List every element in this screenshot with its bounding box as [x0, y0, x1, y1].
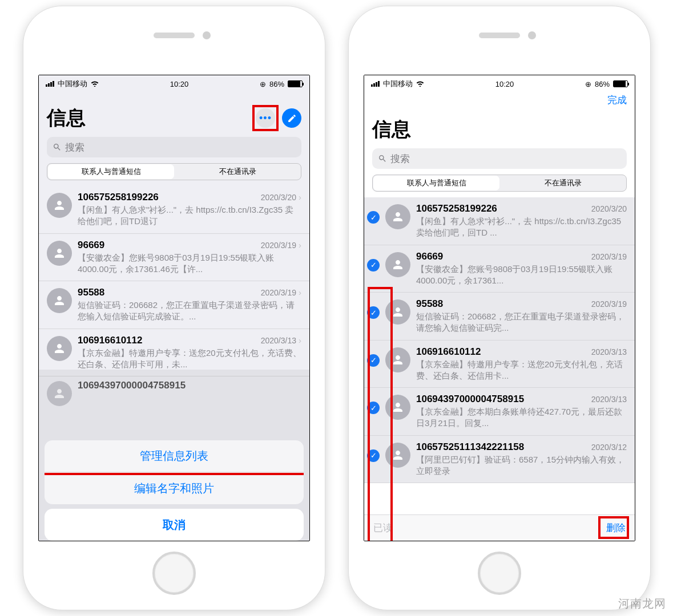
message-row[interactable]: ✓ 955882020/3/19短信验证码：206682，您正在重置电子渠道登录…: [364, 293, 635, 341]
sender: 106916610112: [416, 346, 481, 358]
header: 信息: [364, 115, 635, 148]
avatar: [47, 336, 72, 361]
avatar: [385, 204, 410, 229]
front-camera: [528, 31, 536, 39]
search-placeholder: 搜索: [65, 141, 84, 154]
snippet: 【闲鱼】有人急求"衬衫..."，去 https://c.tb.cn/I3.Zgc…: [416, 216, 627, 239]
speaker-grille: [154, 33, 195, 38]
snippet: 【京东金融】特邀用户专享：送您20元支付礼包，充话费、还白条、还信用卡可用，未.…: [78, 347, 301, 371]
date: 2020/3/20: [591, 204, 627, 213]
message-row[interactable]: ✓ 1069166101122020/3/13【京东金融】特邀用户专享：送您20…: [364, 341, 635, 388]
avatar: [385, 395, 410, 420]
home-button[interactable]: [152, 552, 196, 595]
edit-toolbar: 已读 删除: [364, 514, 635, 541]
battery-pct: 86%: [595, 80, 610, 88]
phone-left: 中国移动 10:20 ⊕ 86% 信息 •••: [23, 6, 325, 610]
chevron-icon: ›: [299, 240, 301, 250]
mark-read-button[interactable]: 已读: [373, 521, 393, 534]
speaker-grille: [479, 33, 520, 38]
avatar: [47, 241, 72, 266]
message-row[interactable]: 1065752581992262020/3/20› 【闲鱼】有人急求"衬衫...…: [39, 186, 309, 234]
message-row[interactable]: 955882020/3/19› 短信验证码：206682，您正在重置电子渠道登录…: [39, 281, 309, 329]
message-row[interactable]: ✓ 966692020/3/19【安徽农金】您账号9808于03月19日19:5…: [364, 245, 635, 293]
date: 2020/3/13›: [261, 335, 301, 345]
alarm-icon: ⊕: [585, 80, 591, 88]
message-row[interactable]: ✓ 106575251113422211582020/3/12【阿里巴巴钉钉】验…: [364, 436, 635, 484]
date: 2020/3/19›: [261, 287, 301, 297]
checkbox-checked[interactable]: ✓: [367, 259, 380, 271]
date: 2020/3/19: [591, 252, 627, 261]
delete-button[interactable]: 删除: [606, 521, 626, 534]
segment-known[interactable]: 联系人与普通短信: [373, 176, 499, 191]
message-row[interactable]: ✓ 1065752581992262020/3/20【闲鱼】有人急求"衬衫...…: [364, 197, 635, 245]
done-button[interactable]: 完成: [607, 94, 627, 107]
sender: 106575258199226: [78, 192, 159, 203]
action-edit-name-photo[interactable]: 编辑名字和照片: [45, 472, 304, 504]
sender: 95588: [416, 298, 443, 310]
avatar: [47, 193, 72, 218]
snippet: 短信验证码：206682，您正在重置电子渠道登录密码，请您输入短信验证码完成验证…: [78, 299, 301, 323]
page-title: 信息: [47, 105, 86, 131]
snippet: 【安徽农金】您账号9808于03月19日19:55银联入账4000.00元，余1…: [78, 252, 301, 275]
avatar: [47, 288, 72, 313]
date: 2020/3/13: [591, 347, 627, 356]
front-camera: [203, 31, 211, 39]
more-options-button[interactable]: •••: [256, 108, 275, 128]
avatar: [385, 347, 410, 372]
compose-button[interactable]: [282, 108, 301, 128]
signal-icon: [371, 81, 380, 87]
chevron-icon: ›: [299, 335, 301, 345]
checkbox-checked[interactable]: ✓: [367, 306, 380, 319]
chevron-icon: ›: [299, 192, 301, 202]
search-icon: [53, 143, 62, 152]
avatar: [385, 252, 410, 277]
message-list-editing: ✓ 1065752581992262020/3/20【闲鱼】有人急求"衬衫...…: [364, 197, 635, 483]
checkbox-checked[interactable]: ✓: [367, 211, 380, 224]
alarm-icon: ⊕: [260, 80, 266, 88]
page-title: 信息: [372, 116, 411, 143]
search-placeholder: 搜索: [390, 152, 410, 165]
avatar: [385, 299, 410, 325]
message-row[interactable]: ✓ 106943970000047589152020/3/13【京东金融】您本期…: [364, 388, 635, 436]
signal-icon: [46, 81, 54, 87]
home-button[interactable]: [478, 552, 521, 595]
snippet: 【闲鱼】有人急求"衬衫..."，去 https://c.tb.cn/I3.Zgc…: [78, 204, 301, 228]
avatar: [385, 443, 410, 468]
checkbox-checked[interactable]: ✓: [367, 354, 380, 367]
sender: 96669: [78, 240, 104, 251]
search-input[interactable]: 搜索: [372, 148, 627, 169]
search-input[interactable]: 搜索: [47, 137, 301, 157]
action-sheet: 管理信息列表 编辑名字和照片 取消: [45, 440, 304, 541]
phone-right: 中国移动 10:20 ⊕ 86% 完成 信息: [348, 6, 651, 610]
wifi-icon: [91, 80, 99, 88]
sender: 106916610112: [78, 335, 142, 346]
checkbox-checked[interactable]: ✓: [367, 449, 380, 462]
date: 2020/3/19›: [261, 240, 301, 250]
sender: 96669: [416, 251, 443, 262]
action-manage-list[interactable]: 管理信息列表: [45, 440, 304, 472]
date: 2020/3/20›: [261, 192, 301, 202]
screen-left: 中国移动 10:20 ⊕ 86% 信息 •••: [38, 75, 310, 541]
action-cancel[interactable]: 取消: [45, 509, 304, 541]
snippet: 【京东金融】您本期白条账单待还427.70元，最后还款日3月21日。回复...: [416, 406, 627, 429]
checkbox-checked[interactable]: ✓: [367, 402, 380, 414]
segment-unknown[interactable]: 不在通讯录: [500, 176, 626, 191]
status-bar: 中国移动 10:20 ⊕ 86%: [39, 75, 309, 92]
segment-unknown[interactable]: 不在通讯录: [175, 164, 301, 179]
wifi-icon: [416, 80, 424, 88]
sender: 10694397000004758915: [416, 394, 524, 405]
date: 2020/3/19: [591, 299, 627, 309]
snippet: 【京东金融】特邀用户专享：送您20元支付礼包，充话费、还白条、还信用卡...: [416, 359, 627, 382]
date: 2020/3/13: [591, 395, 627, 404]
filter-segmented[interactable]: 联系人与普通短信 不在通讯录: [47, 163, 301, 180]
compose-icon: [287, 114, 297, 123]
battery-icon: [613, 80, 628, 87]
segment-known[interactable]: 联系人与普通短信: [48, 164, 174, 179]
watermark: 河南龙网: [618, 596, 666, 611]
snippet: 【阿里巴巴钉钉】验证码：6587，15分钟内输入有效，立即登录: [416, 454, 627, 477]
clock: 10:20: [495, 80, 514, 88]
filter-segmented[interactable]: 联系人与普通短信 不在通讯录: [372, 175, 627, 192]
carrier-label: 中国移动: [383, 79, 413, 89]
message-row[interactable]: 966692020/3/19› 【安徽农金】您账号9808于03月19日19:5…: [39, 234, 309, 282]
chevron-icon: ›: [299, 287, 301, 297]
